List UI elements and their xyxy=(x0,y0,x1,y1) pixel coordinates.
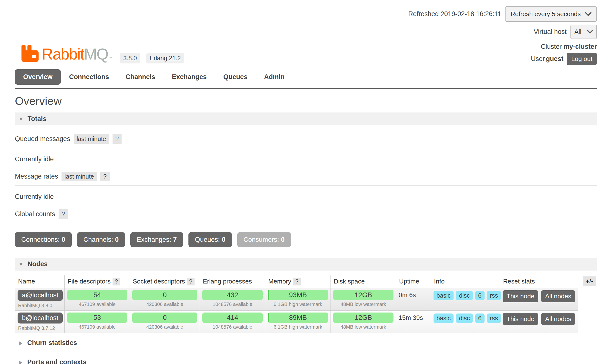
ports-and-contexts-section[interactable]: ▶ Ports and contexts xyxy=(18,353,597,364)
message-rates-label: Message rates xyxy=(15,173,58,180)
sd-bar: 0 xyxy=(132,290,197,300)
channels-count-button[interactable]: Channels:0 xyxy=(77,232,125,247)
queued-messages-row: Queued messages last minute ? xyxy=(15,131,597,148)
memory-note: 6.1GB high watermark xyxy=(268,324,328,330)
nodes-table: Name File descriptors? Socket descriptor… xyxy=(15,275,578,333)
global-count-buttons: Connections:0 Channels:0 Exchanges:7 Que… xyxy=(15,232,597,247)
sd-help-icon[interactable]: ? xyxy=(187,278,195,285)
cluster-name: my-cluster xyxy=(563,43,597,51)
info-badge-rss: rss xyxy=(487,313,501,323)
memory-bar: 93MB xyxy=(268,290,328,300)
info-badge-rss: rss xyxy=(487,291,501,300)
page-title: Overview xyxy=(15,94,597,108)
queued-help-icon[interactable]: ? xyxy=(113,134,122,144)
consumers-count-button: Consumers:0 xyxy=(237,232,291,247)
cluster-label: Cluster xyxy=(541,43,562,51)
tab-exchanges[interactable]: Exchanges xyxy=(164,69,215,85)
tabs-divider xyxy=(15,88,597,89)
nav-tabs: Overview Connections Channels Exchanges … xyxy=(15,69,597,85)
chevron-down-icon xyxy=(587,30,593,34)
connections-count-button[interactable]: Connections:0 xyxy=(15,232,72,247)
col-info: Info xyxy=(431,275,500,288)
col-uptime: Uptime xyxy=(396,275,431,288)
rates-mode-badge[interactable]: last minute xyxy=(62,172,97,181)
disk-bar: 12GB xyxy=(333,290,393,300)
virtual-host-label: Virtual host xyxy=(534,28,567,36)
info-badge-disc: disc xyxy=(456,313,473,323)
info-badge-cores: 6 xyxy=(475,291,485,300)
proc-note: 1048576 available xyxy=(202,302,263,307)
info-badge-cores: 6 xyxy=(475,313,485,323)
logout-button[interactable]: Log out xyxy=(567,53,597,65)
rabbitmq-version-badge: 3.8.0 xyxy=(120,53,140,63)
tab-admin[interactable]: Admin xyxy=(256,69,293,85)
col-name: Name xyxy=(15,275,65,288)
collapse-triangle-icon: ▼ xyxy=(18,261,24,267)
memory-note: 6.1GB high watermark xyxy=(268,302,328,307)
memory-help-icon[interactable]: ? xyxy=(293,278,301,285)
col-memory: Memory? xyxy=(265,275,331,288)
reset-this-node-button[interactable]: This node xyxy=(503,313,538,325)
proc-bar: 432 xyxy=(202,290,263,300)
user-name: guest xyxy=(546,55,563,63)
collapse-triangle-icon: ▼ xyxy=(18,116,24,122)
churn-statistics-section[interactable]: ▶ Churn statistics xyxy=(18,333,597,353)
rates-help-icon[interactable]: ? xyxy=(100,172,110,181)
global-counts-label: Global counts xyxy=(15,210,55,218)
expand-triangle-icon: ▶ xyxy=(19,340,22,346)
user-label: User xyxy=(531,55,545,63)
expand-triangle-icon: ▶ xyxy=(19,359,22,364)
queued-mode-badge[interactable]: last minute xyxy=(74,134,109,144)
reset-this-node-button[interactable]: This node xyxy=(503,290,538,302)
sd-note: 420306 available xyxy=(132,324,197,330)
chevron-down-icon xyxy=(585,12,591,16)
fd-bar: 53 xyxy=(67,313,127,323)
col-reset-stats: Reset stats xyxy=(500,275,578,288)
fd-help-icon[interactable]: ? xyxy=(113,278,120,285)
header: RabbitMQ™ 3.8.0 Erlang 21.2 Refreshed 20… xyxy=(15,0,597,65)
disk-note: 48MB low watermark xyxy=(333,302,393,307)
reset-all-nodes-button[interactable]: All nodes xyxy=(541,313,575,325)
fd-note: 467109 available xyxy=(67,324,127,330)
uptime-value: 0m 6s xyxy=(399,290,428,299)
col-disk-space: Disk space xyxy=(331,275,396,288)
message-rates-row: Message rates last minute ? xyxy=(15,168,597,186)
column-selector-button[interactable]: +/- xyxy=(583,276,596,286)
tab-queues[interactable]: Queues xyxy=(215,69,256,85)
node-name-badge[interactable]: a@localhost xyxy=(18,290,63,301)
queued-idle-text: Currently idle xyxy=(15,155,597,163)
col-socket-descriptors: Socket descriptors? xyxy=(130,275,200,288)
erlang-version-badge: Erlang 21.2 xyxy=(146,53,184,63)
rabbitmq-logo[interactable]: RabbitMQ™ xyxy=(21,43,112,65)
refresh-interval-select[interactable]: Refresh every 5 seconds xyxy=(505,6,597,22)
refreshed-timestamp: Refreshed 2019-02-18 16:26:11 xyxy=(408,10,501,18)
info-badge-basic: basic xyxy=(434,291,454,300)
node-version: RabbitMQ 3.8.0 xyxy=(18,303,62,308)
brand-name: RabbitMQ™ xyxy=(42,46,112,62)
node-name-badge[interactable]: b@localhost xyxy=(18,313,63,324)
table-header-row: Name File descriptors? Socket descriptor… xyxy=(15,275,578,288)
tab-connections[interactable]: Connections xyxy=(61,69,117,85)
tab-overview[interactable]: Overview xyxy=(15,69,61,85)
virtual-host-select[interactable]: All xyxy=(570,25,597,39)
node-row-a: a@localhost RabbitMQ 3.8.0 54 467109 ava… xyxy=(15,288,578,311)
queues-count-button[interactable]: Queues:0 xyxy=(188,232,232,247)
reset-all-nodes-button[interactable]: All nodes xyxy=(541,290,575,302)
nodes-section-header[interactable]: ▼ Nodes xyxy=(15,258,597,271)
exchanges-count-button[interactable]: Exchanges:7 xyxy=(130,232,183,247)
node-row-b: b@localhost RabbitMQ 3.7.12 53 467109 av… xyxy=(15,311,578,333)
queued-messages-label: Queued messages xyxy=(15,135,70,143)
disk-note: 48MB low watermark xyxy=(333,324,393,330)
rabbitmq-rabbit-icon xyxy=(21,43,39,65)
col-file-descriptors: File descriptors? xyxy=(65,275,130,288)
proc-bar: 414 xyxy=(202,313,263,323)
tab-channels[interactable]: Channels xyxy=(117,69,164,85)
node-version: RabbitMQ 3.7.12 xyxy=(18,325,62,331)
info-badge-basic: basic xyxy=(434,313,454,323)
memory-bar: 89MB xyxy=(268,313,328,323)
global-counts-row: Global counts ? xyxy=(15,206,597,223)
uptime-value: 15m 39s xyxy=(399,313,428,322)
info-badge-disc: disc xyxy=(456,291,473,300)
global-help-icon[interactable]: ? xyxy=(59,209,68,219)
totals-section-header[interactable]: ▼ Totals xyxy=(15,112,597,125)
